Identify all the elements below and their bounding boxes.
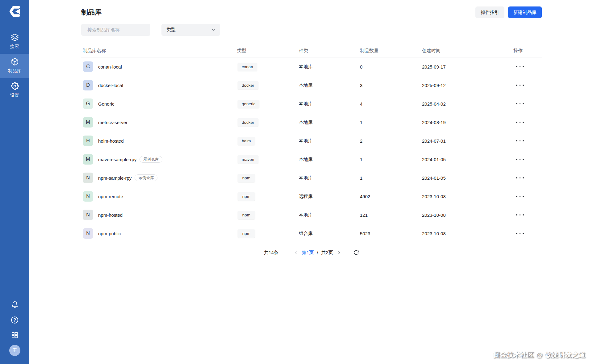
repo-avatar: N [83, 228, 93, 239]
repo-count: 1 [360, 120, 422, 125]
table-body: C conan-local conan 本地库 0 2025-09-17 D d… [81, 57, 542, 243]
sidebar-bottom: 王 [9, 299, 20, 364]
repo-count: 1 [360, 157, 422, 162]
table-row: M maven-sample-rpy 示例仓库 maven 本地库 1 2024… [81, 150, 542, 169]
column-header-kind: 种类 [299, 48, 360, 54]
refresh-button[interactable] [353, 250, 359, 255]
repo-name[interactable]: helm-hosted [98, 138, 124, 144]
repo-name[interactable]: maven-sample-rpy [98, 157, 136, 162]
repo-created: 2024-07-01 [422, 138, 513, 144]
next-page-button[interactable] [336, 250, 342, 255]
guide-button[interactable]: 操作指引 [475, 6, 504, 18]
notifications-button[interactable] [10, 299, 20, 310]
total-pages: 共2页 [321, 250, 333, 256]
sidebar-item-search[interactable]: 搜索 [0, 29, 29, 54]
repo-name[interactable]: npm-sample-rpy [98, 175, 132, 181]
repo-kind: 本地库 [299, 101, 360, 107]
row-actions-button[interactable] [515, 138, 525, 143]
create-repository-button[interactable]: 新建制品库 [508, 6, 542, 18]
repo-name[interactable]: npm-remote [98, 194, 123, 199]
page-separator: / [317, 250, 318, 255]
repo-name[interactable]: npm-hosted [98, 212, 123, 218]
repo-created: 2025-09-12 [422, 83, 513, 88]
repo-type-tag: npm [238, 211, 255, 219]
search-box[interactable] [81, 24, 150, 36]
help-circle-icon [11, 316, 19, 324]
repo-type-tag: docker [238, 81, 258, 90]
repo-count: 5023 [360, 231, 422, 236]
repo-type-tag: npm [238, 174, 255, 182]
row-actions-button[interactable] [515, 64, 525, 69]
apps-grid-icon [11, 332, 18, 339]
sample-repo-badge: 示例仓库 [135, 174, 157, 181]
row-actions-button[interactable] [515, 101, 525, 106]
sidebar-nav: 搜索 制品库 设置 [0, 29, 29, 103]
repo-count: 3 [360, 83, 422, 88]
repo-kind: 本地库 [299, 175, 360, 181]
type-filter-value: 类型 [166, 27, 176, 33]
repo-kind: 远程库 [299, 194, 360, 199]
repo-count: 1 [360, 175, 422, 181]
repo-type-tag: helm [238, 137, 255, 145]
table-row: N npm-public npm 组合库 5023 2023-10-08 [81, 224, 542, 243]
repo-kind: 本地库 [299, 157, 360, 162]
repo-type-tag: npm [238, 192, 255, 201]
row-actions-button[interactable] [515, 194, 525, 199]
table-row: C conan-local conan 本地库 0 2025-09-17 [81, 57, 542, 76]
sidebar-item-label: 搜索 [10, 44, 19, 49]
gear-icon [11, 82, 19, 90]
cube-icon [11, 58, 19, 66]
app-logo[interactable] [7, 3, 23, 19]
sidebar-item-label: 设置 [10, 93, 19, 98]
sidebar-item-repositories[interactable]: 制品库 [0, 54, 29, 78]
type-filter-select[interactable]: 类型 [161, 24, 220, 36]
repo-created: 2024-01-05 [422, 175, 513, 181]
row-actions-button[interactable] [515, 231, 525, 236]
sidebar-item-settings[interactable]: 设置 [0, 78, 29, 103]
prev-page-button[interactable] [293, 250, 299, 255]
repo-name[interactable]: conan-local [98, 64, 122, 69]
repo-kind: 本地库 [299, 212, 360, 218]
page-title: 制品库 [81, 8, 102, 17]
repo-type-tag: generic [238, 100, 259, 108]
repo-kind: 本地库 [299, 138, 360, 144]
repo-created: 2023-10-08 [422, 194, 513, 199]
repo-avatar: C [83, 61, 93, 72]
repo-avatar: N [83, 191, 93, 202]
repo-name[interactable]: Generic [98, 101, 115, 107]
repository-table: 制品库名称 类型 种类 制品数量 创建时间 操作 C conan-local c… [81, 44, 542, 243]
repo-count: 2 [360, 138, 422, 144]
repo-count: 4 [360, 101, 422, 107]
chevron-left-icon [293, 250, 298, 255]
column-header-name: 制品库名称 [81, 48, 237, 54]
sidebar-item-label: 制品库 [8, 68, 22, 74]
column-header-type: 类型 [237, 48, 299, 54]
repo-name[interactable]: npm-public [98, 231, 121, 236]
repo-type-tag: conan [238, 63, 257, 71]
column-header-actions: 操作 [513, 48, 542, 54]
apps-button[interactable] [10, 330, 20, 340]
repo-avatar: D [83, 80, 93, 90]
repo-avatar: M [83, 117, 93, 128]
table-header: 制品库名称 类型 种类 制品数量 创建时间 操作 [81, 44, 542, 57]
table-row: M metrics-server docker 本地库 1 2024-08-19 [81, 113, 542, 132]
user-avatar[interactable]: 王 [9, 345, 20, 356]
help-button[interactable] [10, 315, 20, 325]
pagination: 共14条 第1页 / 共2页 [81, 246, 542, 259]
row-actions-button[interactable] [515, 83, 525, 88]
repo-created: 2025-04-02 [422, 101, 513, 107]
search-input[interactable] [87, 27, 149, 32]
row-actions-button[interactable] [515, 212, 525, 217]
repo-name[interactable]: metrics-server [98, 120, 127, 125]
table-row: N npm-sample-rpy 示例仓库 npm 本地库 1 2024-01-… [81, 169, 542, 187]
table-row: H helm-hosted helm 本地库 2 2024-07-01 [81, 132, 542, 150]
watermark: 掘金技术社区 @ 敏捷研发之道 [493, 350, 586, 359]
row-actions-button[interactable] [515, 157, 525, 162]
repo-name[interactable]: docker-local [98, 83, 123, 88]
sample-repo-badge: 示例仓库 [140, 156, 162, 163]
current-page-link[interactable]: 第1页 [302, 250, 314, 256]
repo-count: 0 [360, 64, 422, 69]
row-actions-button[interactable] [515, 120, 525, 125]
row-actions-button[interactable] [515, 175, 525, 180]
sidebar: 搜索 制品库 设置 [0, 0, 29, 364]
